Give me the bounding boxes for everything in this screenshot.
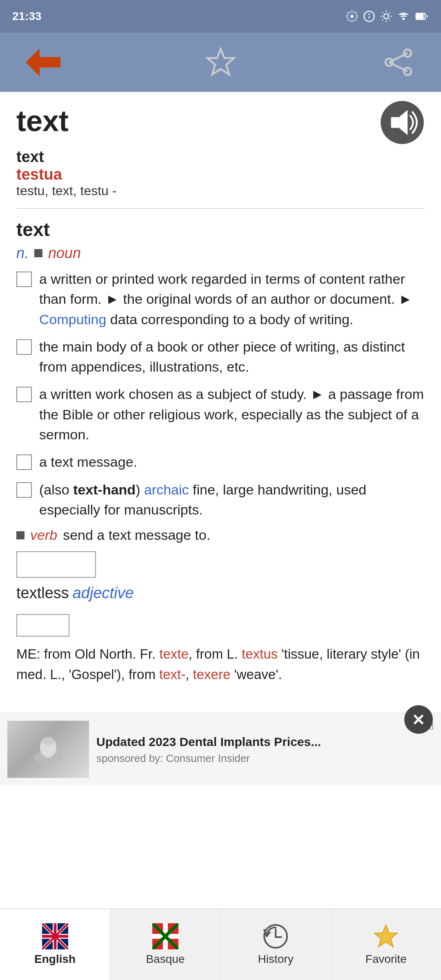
etymology-box <box>16 614 69 637</box>
sense-1-text: a written or printed work regarded in te… <box>39 269 425 330</box>
sense-4: a text message. <box>16 452 425 472</box>
translation-forms: testu, text, testu - <box>16 183 116 198</box>
back-arrow-icon <box>26 45 60 80</box>
pos-full: noun <box>48 245 81 262</box>
content-area: text text testua testu, text, testu - <box>0 92 441 980</box>
bottom-nav: English Basque History <box>0 909 441 980</box>
svg-rect-15 <box>417 14 423 18</box>
definition-word: text <box>16 218 425 241</box>
favorite-button[interactable] <box>202 44 239 81</box>
section-divider <box>16 208 425 209</box>
translation-original: text <box>16 148 44 165</box>
texte-link[interactable]: texte <box>159 646 189 662</box>
speaker-button[interactable] <box>380 100 425 148</box>
sense-5-checkbox[interactable] <box>16 482 32 498</box>
star-icon <box>205 47 236 78</box>
text-link[interactable]: text- <box>159 667 185 682</box>
svg-point-30 <box>42 737 54 745</box>
svg-marker-16 <box>26 49 60 76</box>
textless-block: textless adjective <box>16 551 425 602</box>
ad-text: Updated 2023 Dental Implants Prices... s… <box>96 734 414 765</box>
texere-link[interactable]: texere <box>193 667 231 682</box>
etymology-text: ME: from Old North. Fr. texte, from L. t… <box>16 644 425 684</box>
translation-translated: testua <box>16 166 62 183</box>
svg-line-8 <box>390 20 390 20</box>
textless-box <box>16 551 96 578</box>
tab-basque-label: Basque <box>146 953 185 966</box>
back-button[interactable] <box>24 44 61 81</box>
flag-english-icon <box>42 923 68 949</box>
flag-basque-icon <box>152 923 178 949</box>
sense-5: (also text-hand) archaic fine, large han… <box>16 480 425 520</box>
pos-line: n. noun <box>16 245 425 262</box>
close-icon <box>410 711 427 728</box>
pos-abbr: n. <box>16 245 29 262</box>
tab-history-label: History <box>258 953 294 966</box>
computing-link[interactable]: Computing <box>39 312 106 327</box>
speaker-svg <box>380 100 425 145</box>
textus-link[interactable]: textus <box>242 646 278 662</box>
textless-word: textless <box>16 584 69 601</box>
sense-2-checkbox[interactable] <box>16 339 32 355</box>
ad-placeholder-svg <box>28 729 69 770</box>
svg-line-7 <box>382 12 383 13</box>
tab-favorite[interactable]: Favorite <box>331 909 441 980</box>
wifi-icon <box>397 10 410 22</box>
textless-pos: adjective <box>73 584 134 601</box>
settings-icon <box>346 10 358 22</box>
verb-dot <box>16 531 24 539</box>
verb-pos: verb <box>30 527 57 543</box>
page-wrapper: 21:33 <box>0 0 441 980</box>
tab-favorite-label: Favorite <box>365 953 407 966</box>
svg-marker-46 <box>374 925 397 947</box>
share-icon <box>383 47 414 78</box>
toolbar <box>0 33 441 92</box>
status-icons <box>346 10 429 22</box>
share-button[interactable] <box>380 44 416 81</box>
svg-line-11 <box>382 20 383 20</box>
ad-sponsor: sponsored by: Consumer Insider <box>96 752 414 765</box>
ad-close-button[interactable] <box>404 705 433 734</box>
sense-3-checkbox[interactable] <box>16 387 32 402</box>
sense-1: a written or printed work regarded in te… <box>16 269 425 330</box>
translation-block: text testua testu, text, testu - <box>16 148 425 198</box>
sense-4-checkbox[interactable] <box>16 454 32 470</box>
history-icon <box>263 923 289 949</box>
ad-image <box>7 721 89 778</box>
sense-1-checkbox[interactable] <box>16 272 32 287</box>
verb-line: verb send a text message to. <box>16 527 425 543</box>
info-icon <box>363 10 375 22</box>
sense-2-text: the main body of a book or other piece o… <box>39 337 425 377</box>
status-time: 21:33 <box>12 10 42 23</box>
brightness-icon <box>380 10 392 22</box>
status-bar: 21:33 <box>0 0 441 33</box>
svg-line-12 <box>390 12 390 13</box>
sense-3: a written work chosen as a subject of st… <box>16 384 425 445</box>
svg-point-0 <box>350 15 354 18</box>
svg-rect-24 <box>391 117 399 128</box>
sense-2: the main body of a book or other piece o… <box>16 337 425 377</box>
etymology-block: ME: from Old North. Fr. texte, from L. t… <box>16 610 425 684</box>
svg-point-4 <box>384 14 389 19</box>
verb-def: send a text message to. <box>63 527 210 543</box>
tab-english[interactable]: English <box>0 909 110 980</box>
sense-5-text: (also text-hand) archaic fine, large han… <box>39 480 425 520</box>
svg-marker-17 <box>207 49 234 75</box>
ad-banner: Updated 2023 Dental Implants Prices... s… <box>0 713 441 785</box>
sense-3-text: a written work chosen as a subject of st… <box>39 384 425 445</box>
favorite-star-icon <box>373 923 399 949</box>
tab-english-label: English <box>34 953 76 966</box>
svg-line-21 <box>389 53 408 62</box>
entry-word: text <box>16 104 69 138</box>
main-content: text text testua testu, text, testu - <box>0 92 441 697</box>
ad-image-placeholder <box>7 721 89 778</box>
archaic-link[interactable]: archaic <box>144 482 189 497</box>
sense-4-text: a text message. <box>39 452 425 472</box>
pos-dot <box>34 249 42 257</box>
ad-title[interactable]: Updated 2023 Dental Implants Prices... <box>96 734 414 750</box>
battery-icon <box>414 10 429 22</box>
tab-history[interactable]: History <box>221 909 331 980</box>
svg-line-22 <box>389 62 408 72</box>
tab-basque[interactable]: Basque <box>110 909 220 980</box>
